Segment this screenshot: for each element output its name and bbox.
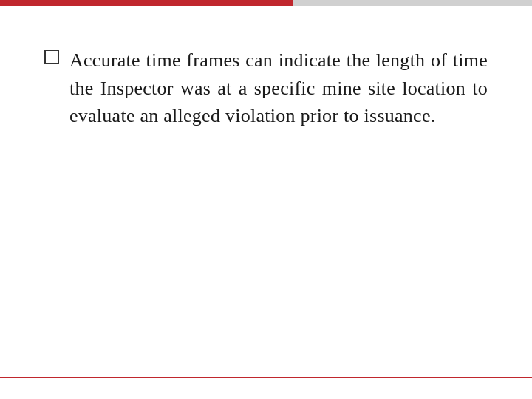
content-area: Accurate time frames can indicate the le… [0,6,532,377]
top-bar-red-segment [0,0,293,6]
top-decorative-bar [0,0,532,6]
bullet-item: Accurate time frames can indicate the le… [44,47,488,130]
top-bar-gray-segment [293,0,532,6]
bullet-text: Accurate time frames can indicate the le… [69,47,488,130]
bullet-square-icon [44,50,59,64]
slide-container: Accurate time frames can indicate the le… [0,0,532,399]
bottom-decorative-bar [0,377,532,378]
